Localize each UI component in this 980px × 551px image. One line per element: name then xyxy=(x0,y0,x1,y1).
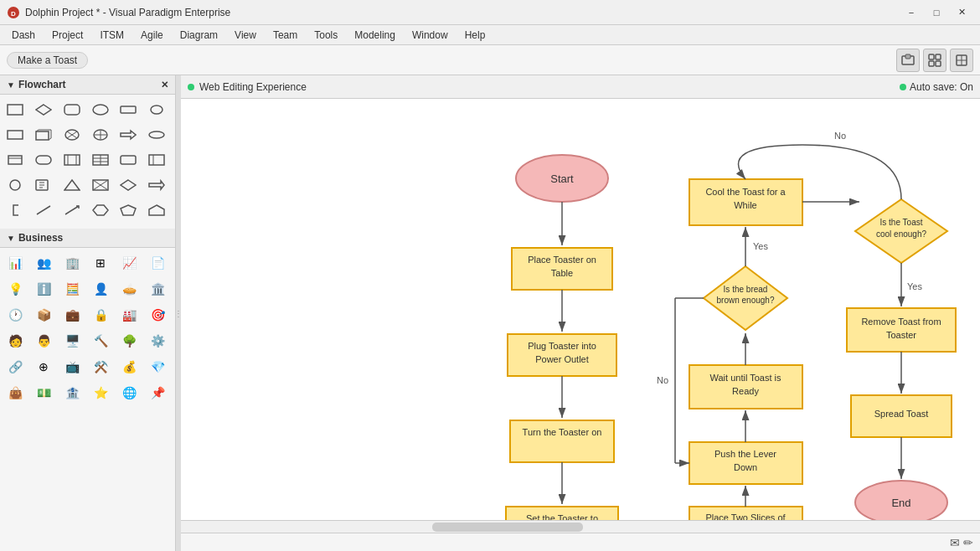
biz-bank-icon[interactable]: 🏦 xyxy=(60,381,84,404)
biz-factory-icon[interactable]: 🏭 xyxy=(117,303,141,327)
shape-house[interactable] xyxy=(145,198,168,222)
shape-arrow-right2[interactable] xyxy=(145,173,168,197)
shape-hex[interactable] xyxy=(89,198,112,222)
biz-hammer-icon[interactable]: 🔨 xyxy=(89,329,112,353)
biz-person2-icon[interactable]: 👨 xyxy=(32,329,55,353)
biz-calc-icon[interactable]: 🧮 xyxy=(60,277,84,301)
menu-item-dash[interactable]: Dash xyxy=(3,28,44,43)
shape-d-shape[interactable] xyxy=(145,148,168,172)
shape-line-diag1[interactable] xyxy=(32,198,55,222)
window-controls: − □ ✕ xyxy=(900,4,973,21)
shape-rect4[interactable] xyxy=(60,148,84,172)
biz-hierarchy-icon[interactable]: ⚙️ xyxy=(146,329,169,353)
svg-rect-4 xyxy=(929,54,934,59)
shape-rounded-wide[interactable] xyxy=(116,148,140,172)
menu-item-agile[interactable]: Agile xyxy=(132,28,172,43)
shape-rounded2[interactable] xyxy=(32,148,55,172)
maximize-button[interactable]: □ xyxy=(925,4,948,21)
biz-org-icon[interactable]: 🏢 xyxy=(60,251,84,275)
shape-rect2[interactable] xyxy=(3,123,27,147)
bottom-scrollbar[interactable] xyxy=(181,520,980,533)
svg-text:No: No xyxy=(657,375,668,385)
minimize-button[interactable]: − xyxy=(900,4,923,21)
biz-monitor-icon[interactable]: 🖥️ xyxy=(60,329,84,353)
message-icon[interactable]: ✉ xyxy=(950,536,960,549)
edit-icon[interactable]: ✏ xyxy=(963,536,973,549)
shape-x-circle[interactable] xyxy=(60,123,84,147)
biz-tool-icon[interactable]: ⚒️ xyxy=(89,355,112,378)
biz-screen-icon[interactable]: 📺 xyxy=(60,355,84,378)
shape-wide-rect[interactable] xyxy=(116,98,140,121)
biz-info-icon[interactable]: ℹ️ xyxy=(32,277,55,301)
biz-columns-icon[interactable]: ⊞ xyxy=(89,251,112,275)
shape-pentagon[interactable] xyxy=(116,198,140,222)
shape-note[interactable] xyxy=(32,173,55,197)
svg-rect-17 xyxy=(8,131,23,139)
biz-pie-icon[interactable]: 🥧 xyxy=(117,277,141,301)
biz-doc-icon[interactable]: 📄 xyxy=(146,251,169,275)
menu-item-project[interactable]: Project xyxy=(44,28,91,43)
shape-bracket-l[interactable] xyxy=(3,198,27,222)
shape-diamond[interactable] xyxy=(32,98,55,121)
business-section-header[interactable]: ▼ Business xyxy=(0,229,175,248)
svg-rect-3 xyxy=(905,54,910,59)
flowchart-section-header[interactable]: ▼ Flowchart ✕ xyxy=(0,75,175,95)
biz-extra-icon[interactable]: 📌 xyxy=(146,381,169,404)
biz-network-icon[interactable]: 🔗 xyxy=(3,355,27,378)
biz-nodes-icon[interactable]: ⊕ xyxy=(32,355,55,378)
biz-people-icon[interactable]: 👥 xyxy=(32,251,55,275)
biz-tree-icon[interactable]: 🌳 xyxy=(117,329,141,353)
biz-silhouette-icon[interactable]: 👤 xyxy=(89,277,112,301)
shape-small-ellipse[interactable] xyxy=(145,98,168,121)
menu-item-help[interactable]: Help xyxy=(456,28,494,43)
biz-building-icon[interactable]: 🏛️ xyxy=(146,277,169,301)
shape-rectangle[interactable] xyxy=(3,98,27,121)
shape-arrow-diag[interactable] xyxy=(60,198,84,222)
biz-clock-icon[interactable]: 🕐 xyxy=(3,303,27,327)
menu-item-team[interactable]: Team xyxy=(265,28,306,43)
biz-chart-icon[interactable]: 📊 xyxy=(3,251,27,275)
biz-person-icon[interactable]: 🧑 xyxy=(3,329,27,353)
business-shapes: 📊 👥 🏢 ⊞ 📈 📄 💡 ℹ️ 🧮 👤 🥧 🏛️ 🕐 📦 💼 🔒 🏭 xyxy=(0,248,175,408)
close-button[interactable]: ✕ xyxy=(950,4,973,21)
biz-target-icon[interactable]: 🎯 xyxy=(146,303,169,327)
toolbar-btn-2[interactable] xyxy=(923,49,946,72)
biz-box-icon[interactable]: 📦 xyxy=(32,303,55,327)
menu-item-itsm[interactable]: ITSM xyxy=(91,28,132,43)
shape-diamond2[interactable] xyxy=(116,173,140,197)
biz-star-icon[interactable]: ⭐ xyxy=(89,381,112,404)
biz-lock-icon[interactable]: 🔒 xyxy=(89,303,112,327)
shape-oval2[interactable] xyxy=(145,123,168,147)
menu-item-view[interactable]: View xyxy=(226,28,265,43)
shape-tri-up[interactable] xyxy=(60,173,84,197)
flowchart-close-icon[interactable]: ✕ xyxy=(161,80,168,90)
flowchart-arrow-icon: ▼ xyxy=(7,80,15,90)
flowchart-section-label: Flowchart xyxy=(18,79,66,90)
diagram-scroll[interactable]: Start Place Toaster on Table Plug Toaste… xyxy=(181,99,980,520)
shape-3d-rect[interactable] xyxy=(32,123,55,147)
shape-plus[interactable] xyxy=(89,123,112,147)
biz-coin-icon[interactable]: 💰 xyxy=(117,355,141,378)
biz-gem-icon[interactable]: 💎 xyxy=(146,355,169,378)
toolbar-btn-3[interactable] xyxy=(950,49,973,72)
biz-graph-icon[interactable]: 📈 xyxy=(117,251,141,275)
biz-money-icon[interactable]: 💵 xyxy=(32,381,55,404)
menu-item-window[interactable]: Window xyxy=(404,28,456,43)
horizontal-scroll-thumb[interactable] xyxy=(432,523,583,532)
biz-briefcase-icon[interactable]: 💼 xyxy=(60,303,84,327)
menu-item-tools[interactable]: Tools xyxy=(306,28,346,43)
shape-arrow-right[interactable] xyxy=(116,123,140,147)
shape-circle[interactable] xyxy=(3,173,27,197)
toolbar-btn-1[interactable] xyxy=(896,49,920,72)
biz-web-icon[interactable]: 🌐 xyxy=(117,381,141,404)
shape-rect3[interactable] xyxy=(3,148,27,172)
menu-item-modeling[interactable]: Modeling xyxy=(346,28,404,43)
biz-bag-icon[interactable]: 👜 xyxy=(3,381,27,404)
menu-item-diagram[interactable]: Diagram xyxy=(172,28,226,43)
biz-lightbulb-icon[interactable]: 💡 xyxy=(3,277,27,301)
shape-grid[interactable] xyxy=(89,148,112,172)
shape-rounded-rect[interactable] xyxy=(60,98,84,121)
shape-x-box[interactable] xyxy=(89,173,112,197)
breadcrumb[interactable]: Make a Toast xyxy=(7,52,88,69)
shape-ellipse[interactable] xyxy=(89,98,112,121)
